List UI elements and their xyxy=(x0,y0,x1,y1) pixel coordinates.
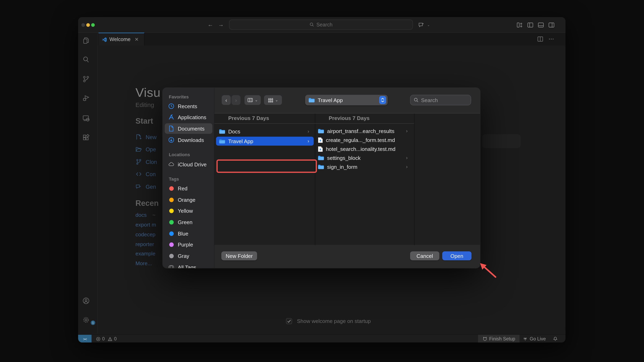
sidebar-tag-orange[interactable]: Orange xyxy=(163,195,214,204)
command-center-search[interactable]: Search xyxy=(229,20,413,30)
start-open[interactable]: Ope xyxy=(136,145,156,153)
history-back-button[interactable]: ← xyxy=(207,21,214,28)
sidebar-item-downloads[interactable]: Downloads xyxy=(163,135,214,145)
toggle-primary-sidebar-icon[interactable] xyxy=(527,22,534,28)
problems-status[interactable]: 0 0 xyxy=(96,335,117,342)
sidebar-item-recents[interactable]: Recents xyxy=(163,101,214,111)
split-editor-icon[interactable] xyxy=(537,36,544,42)
icloud-icon xyxy=(168,161,174,168)
notifications-bell[interactable] xyxy=(553,335,560,342)
column-separator[interactable] xyxy=(414,114,414,245)
history-forward-button[interactable]: → xyxy=(217,21,224,28)
dialog-back-button[interactable]: ‹ xyxy=(222,95,231,105)
sidebar-tag-green[interactable]: Green xyxy=(163,217,214,227)
tag-dot xyxy=(169,242,174,247)
start-item-label: New xyxy=(146,134,157,140)
recent-link[interactable]: codecep xyxy=(136,232,156,238)
sidebar-tag-gray[interactable]: Gray xyxy=(163,251,214,261)
sidebar-tag-yellow[interactable]: Yellow xyxy=(163,206,214,216)
go-live-status[interactable]: Go Live xyxy=(523,335,547,342)
recent-link[interactable]: export m xyxy=(136,222,156,228)
explorer-icon[interactable] xyxy=(82,36,90,44)
sidebar-item-applications[interactable]: Applications xyxy=(163,112,214,122)
toggle-panel-icon[interactable] xyxy=(538,22,544,28)
run-debug-icon[interactable] xyxy=(82,94,90,102)
startup-checkbox[interactable] xyxy=(286,318,292,324)
start-generate[interactable]: Gen xyxy=(136,183,156,191)
start-connect[interactable]: Con xyxy=(136,170,156,178)
file-row-airport-results[interactable]: airport_transf...earch_results xyxy=(318,126,409,136)
sidebar-item-label: Recents xyxy=(178,103,197,109)
remote-explorer-icon[interactable] xyxy=(82,114,90,122)
recent-link[interactable]: example xyxy=(136,250,156,257)
file-row-create-regula-test[interactable]: create_regula..._form.test.md xyxy=(318,136,409,144)
sidebar-item-icloud[interactable]: iCloud Drive xyxy=(163,160,214,169)
column-view-button[interactable]: ⌄ xyxy=(244,95,261,105)
file-row-travel-app[interactable]: Travel App xyxy=(219,137,312,146)
zoom-window-button[interactable] xyxy=(91,23,95,27)
recent-link-docs[interactable]: docs~ xyxy=(136,212,156,218)
dropdown-stepper[interactable] xyxy=(379,96,386,104)
file-row-settings-block[interactable]: settings_block xyxy=(318,153,409,162)
start-item-label: Clon xyxy=(146,159,157,165)
sidebar-tag-red[interactable]: Red xyxy=(163,184,214,193)
copilot-chevron-icon[interactable]: ⌄ xyxy=(427,23,434,30)
recent-link[interactable]: reporter xyxy=(136,241,154,247)
column-separator[interactable] xyxy=(315,114,315,245)
extensions-icon[interactable] xyxy=(82,134,90,142)
sidebar-tag-purple[interactable]: Purple xyxy=(163,240,214,249)
location-dropdown[interactable]: Travel App xyxy=(305,95,388,105)
chevron-right-icon: › xyxy=(406,155,408,161)
broadcast-icon xyxy=(523,336,528,341)
sidebar-tag-blue[interactable]: Blue xyxy=(163,228,214,238)
start-new-file[interactable]: New xyxy=(136,133,157,141)
source-control-icon[interactable] xyxy=(82,75,90,83)
dialog-forward-button[interactable]: › xyxy=(232,95,240,105)
tab-welcome[interactable]: Welcome ✕ xyxy=(98,32,144,46)
close-tab-icon[interactable]: ✕ xyxy=(135,36,139,42)
customize-layout-icon[interactable] xyxy=(516,22,523,28)
file-row-sign-in-form[interactable]: sign_in_form xyxy=(318,162,409,171)
minimize-window-button[interactable] xyxy=(86,23,90,27)
chevron-up-icon xyxy=(381,98,384,100)
welcome-subtitle: Editing xyxy=(136,101,154,108)
cancel-button[interactable]: Cancel xyxy=(410,251,439,260)
start-item-label: Ope xyxy=(146,146,156,152)
editor-actions-more-icon[interactable] xyxy=(548,36,554,42)
chevron-down-icon: ⌄ xyxy=(275,98,278,102)
file-browser: Previous 7 Days Previous 7 Days Docs › T… xyxy=(214,113,480,245)
toggle-secondary-sidebar-icon[interactable] xyxy=(548,22,555,28)
warning-count: 0 xyxy=(114,336,117,341)
column-view-icon xyxy=(247,97,253,103)
startup-checkbox-label: Show welcome page on startup xyxy=(297,318,371,324)
new-file-icon xyxy=(136,134,142,140)
finish-setup-label: Finish Setup xyxy=(489,336,515,341)
welcome-card[interactable] xyxy=(482,134,521,148)
open-button[interactable]: Open xyxy=(442,251,472,260)
recent-path-hint: ~ xyxy=(152,212,156,218)
search-icon[interactable] xyxy=(82,56,90,64)
account-icon[interactable] xyxy=(82,297,90,305)
close-window-button[interactable] xyxy=(81,23,85,27)
tag-label: Red xyxy=(178,185,188,191)
start-item-label: Con xyxy=(146,171,156,177)
remote-indicator[interactable]: >< xyxy=(78,335,92,342)
file-row-docs[interactable]: Docs xyxy=(219,127,312,136)
group-by-button[interactable]: ⌄ xyxy=(264,95,282,105)
start-clone[interactable]: Clon xyxy=(136,158,157,166)
copilot-icon[interactable] xyxy=(418,22,425,28)
finish-setup-status[interactable]: Finish Setup xyxy=(478,335,520,342)
sidebar-item-all-tags[interactable]: All Tags xyxy=(163,262,214,268)
tag-label: Blue xyxy=(178,230,188,236)
sidebar-item-label: All Tags xyxy=(178,264,196,268)
settings-gear-icon[interactable]: 1 xyxy=(82,316,90,324)
recent-heading: Recen xyxy=(136,199,159,208)
new-folder-button[interactable]: New Folder xyxy=(221,251,257,260)
dialog-search-field[interactable]: Search xyxy=(410,95,471,105)
welcome-title: Visu xyxy=(136,86,161,100)
file-row-hotel-search-test[interactable]: hotel_search...ionality.test.md xyxy=(318,144,409,153)
sidebar-item-documents[interactable]: Documents xyxy=(163,124,214,134)
recent-link-more[interactable]: More... xyxy=(136,260,152,266)
chevron-down-icon xyxy=(381,100,384,102)
vscode-logo-icon xyxy=(102,37,107,42)
